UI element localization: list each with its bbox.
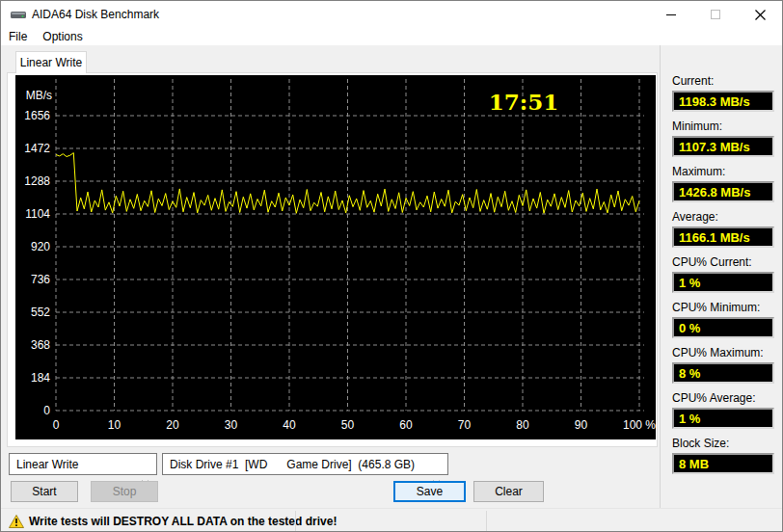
stat-cpu-average-value: 1 % — [672, 408, 774, 429]
stat-cpu-current: CPU% Current:1 % — [672, 255, 774, 293]
y-tick-label: 920 — [31, 240, 50, 253]
stat-cpu-average: CPU% Average:1 % — [672, 391, 774, 429]
menu-bar: File Options — [1, 28, 782, 45]
tab-page: 0184368552736920110412881472165601020304… — [7, 72, 658, 447]
start-button[interactable]: Start — [11, 481, 78, 502]
app-window: AIDA64 Disk Benchmark File Options Linea… — [0, 0, 783, 532]
stat-block-size-value: 8 MB — [672, 453, 774, 474]
x-tick-label: 100 % — [623, 418, 656, 432]
stat-maximum-value: 1426.8 MB/s — [672, 181, 774, 202]
save-button[interactable]: Save — [393, 481, 466, 502]
stat-maximum-label: Maximum: — [672, 165, 774, 178]
clear-button[interactable]: Clear — [473, 481, 544, 502]
x-tick-label: 50 — [341, 418, 355, 432]
stat-current-label: Current: — [672, 74, 774, 88]
x-tick-label: 20 — [166, 418, 179, 432]
chart-panel: 0184368552736920110412881472165601020304… — [15, 75, 656, 439]
disk-drive-icon — [11, 10, 26, 23]
elapsed-time: 17:51 — [489, 89, 559, 115]
status-warning-text: Write tests will DESTROY ALL DATA on the… — [29, 515, 337, 528]
stat-minimum-value: 1107.3 MB/s — [672, 136, 774, 157]
maximize-button[interactable] — [693, 1, 738, 28]
y-tick-label: 736 — [31, 273, 50, 286]
warning-icon — [9, 515, 24, 531]
minimize-button[interactable] — [649, 1, 693, 28]
stat-cpu-average-label: CPU% Average: — [672, 391, 774, 405]
test-type-value: Linear Write — [16, 458, 78, 471]
stat-maximum: Maximum:1426.8 MB/s — [672, 165, 774, 202]
x-tick-label: 70 — [458, 418, 472, 432]
y-axis-unit-label: MB/s — [26, 89, 52, 102]
x-tick-label: 60 — [399, 418, 413, 432]
stat-average-label: Average: — [672, 210, 774, 224]
stop-button[interactable]: Stop — [91, 481, 158, 502]
tab-linear-write[interactable]: Linear Write — [15, 51, 87, 73]
close-button[interactable] — [738, 1, 782, 28]
y-tick-label: 0 — [43, 404, 50, 417]
y-tick-label: 1472 — [24, 142, 50, 155]
stat-current-value: 1198.3 MB/s — [672, 91, 774, 112]
stat-cpu-minimum: CPU% Minimum:0 % — [672, 301, 774, 338]
test-type-select[interactable]: Linear Write — [9, 453, 157, 475]
y-tick-label: 184 — [31, 371, 50, 385]
stat-minimum-label: Minimum: — [672, 120, 774, 133]
y-tick-label: 552 — [31, 306, 50, 319]
status-bar: Write tests will DESTROY ALL DATA on the… — [1, 508, 782, 532]
stat-cpu-minimum-label: CPU% Minimum: — [672, 301, 774, 314]
x-tick-label: 80 — [516, 418, 529, 432]
menu-options[interactable]: Options — [35, 28, 90, 45]
tab-label: Linear Write — [20, 56, 82, 69]
x-tick-label: 90 — [575, 418, 588, 432]
stat-average: Average:1166.1 MB/s — [672, 210, 774, 248]
stat-minimum: Minimum:1107.3 MB/s — [672, 120, 774, 157]
stat-cpu-current-label: CPU% Current: — [672, 255, 774, 269]
window-title: AIDA64 Disk Benchmark — [32, 8, 159, 21]
y-tick-label: 1104 — [25, 207, 50, 221]
title-bar: AIDA64 Disk Benchmark — [1, 1, 782, 28]
drive-select-value: Disk Drive #1 [WD Game Drive] (465.8 GB) — [170, 458, 415, 471]
menu-file[interactable]: File — [1, 28, 35, 45]
stat-cpu-maximum-value: 8 % — [672, 362, 774, 384]
statusbar-divider — [295, 511, 296, 531]
stat-average-value: 1166.1 MB/s — [672, 226, 774, 248]
y-tick-label: 368 — [31, 338, 50, 352]
stat-cpu-minimum-value: 0 % — [672, 317, 774, 338]
stat-current: Current:1198.3 MB/s — [672, 74, 774, 112]
x-tick-label: 0 — [53, 418, 60, 432]
stat-cpu-maximum: CPU% Maximum:8 % — [672, 346, 774, 384]
drive-select[interactable]: Disk Drive #1 [WD Game Drive] (465.8 GB) — [162, 453, 448, 475]
stats-panel: Current:1198.3 MB/sMinimum:1107.3 MB/sMa… — [661, 45, 783, 508]
y-tick-label: 1288 — [24, 174, 50, 188]
stat-block-size-label: Block Size: — [672, 437, 774, 450]
stat-cpu-maximum-label: CPU% Maximum: — [672, 346, 774, 359]
benchmark-chart: 0184368552736920110412881472165601020304… — [15, 75, 656, 439]
statusbar-divider — [486, 511, 487, 531]
x-tick-label: 10 — [108, 418, 122, 432]
stat-block-size: Block Size:8 MB — [672, 437, 774, 474]
x-tick-label: 40 — [283, 418, 296, 432]
y-tick-label: 1656 — [24, 109, 50, 122]
x-tick-label: 30 — [225, 418, 238, 432]
stat-cpu-current-value: 1 % — [672, 272, 774, 293]
